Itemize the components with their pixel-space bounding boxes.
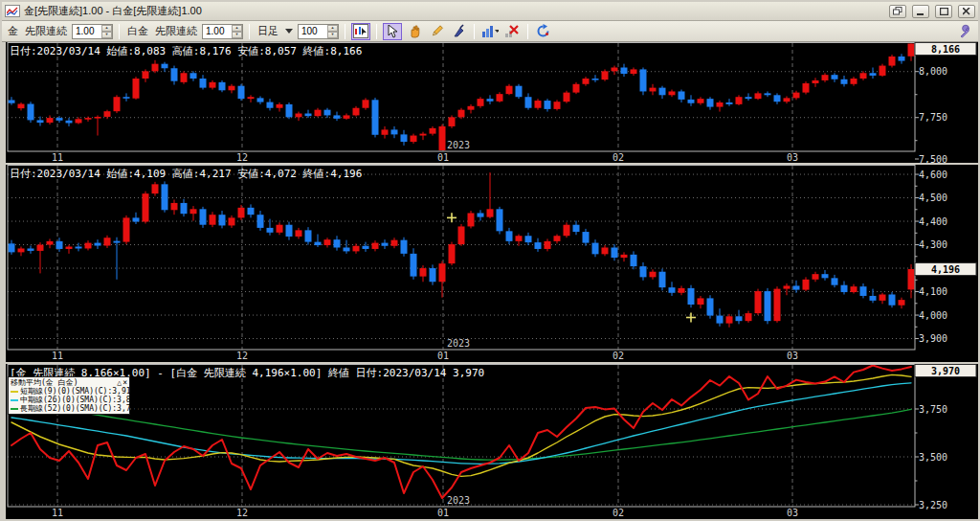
candle-body [832,75,838,79]
delete-drawing-tool-button[interactable] [502,23,522,40]
gold-chart-panel[interactable]: 8,0007,7507,500111201020320238,166 日付:20… [2,42,978,163]
refresh-button[interactable] [534,23,553,40]
spin-down-icon[interactable]: ▼ [101,32,112,38]
chart-type-dropdown-button[interactable] [480,23,500,40]
candle-body [28,248,34,250]
bar-count-spin-arrows[interactable]: ▲▼ [327,25,338,38]
gold-ratio-value[interactable]: 1.00 [73,26,101,36]
candle-body [516,236,523,241]
spin-down-icon[interactable]: ▼ [327,32,338,38]
toolbar-separator [249,24,250,39]
candle-body [37,120,44,123]
gold-ratio-spin-arrows[interactable]: ▲▼ [101,25,112,38]
candle-body [430,268,436,282]
candle-body [238,86,245,99]
spin-up-icon[interactable]: ▲ [327,25,338,32]
candle-body [85,118,92,120]
candle-body [784,98,791,102]
candle-body [372,243,379,249]
candle-body [28,104,34,121]
platinum-ratio-spinner[interactable]: 1.00 ▲▼ [202,24,243,39]
cascade-windows-button[interactable] [889,5,906,18]
candle-body [382,129,389,134]
candle-body [535,242,542,249]
period-dropdown[interactable]: 日足 [256,24,280,38]
candle-body [114,97,121,111]
y-axis-label: 4,000 [919,310,947,321]
legend-collapse-button[interactable]: △ [117,378,122,387]
x-axis-month-label: 02 [612,351,624,361]
spin-up-icon[interactable]: ▲ [232,25,242,32]
platinum-chart-panel[interactable]: 4,6004,5004,4004,3004,2004,1004,0003,900… [2,165,978,362]
candle-body [698,298,704,305]
candle-body [592,243,599,255]
candle-body [277,104,283,108]
gold-symbol-label: 金 [6,24,20,38]
candle-body [143,71,149,79]
candle-body [631,255,637,266]
x-axis-month-label: 01 [437,508,449,518]
current-price-value: 3,970 [931,366,960,376]
platinum-ratio-spin-arrows[interactable]: ▲▼ [232,25,242,38]
spin-up-icon[interactable]: ▲ [101,25,112,32]
pan-hand-tool-button[interactable] [405,23,424,40]
platinum-ratio-value[interactable]: 1.00 [203,26,232,36]
spin-down-icon[interactable]: ▼ [232,32,242,38]
candle-body [698,99,704,103]
spread-line-chart[interactable]: 3,7503,5003,250111201020320233,970 [2,364,978,519]
candle-body [899,300,905,306]
candle-body [573,225,580,232]
candle-body [468,106,475,110]
moving-average-legend[interactable]: 移動平均(金 白金) △× 短期線(9)(0)(SMA)(C):3,918 中期… [8,376,130,415]
y-axis-label: 3,900 [919,333,947,344]
period-dropdown-arrow-icon[interactable] [285,29,293,34]
candle-body [841,79,848,84]
pencil-draw-tool-button[interactable] [427,23,446,40]
candle-body [822,75,829,80]
settings-wrench-icon[interactable] [955,23,974,40]
legend-title: 移動平均(金 白金) [11,378,78,387]
x-axis-month-label: 11 [52,508,63,518]
bar-count-value[interactable]: 100 [299,26,327,36]
candle-body [793,285,800,289]
window-title: 金[先限連続]1.00 - 白金[先限連続]1.00 [24,4,202,18]
candle-body [391,129,398,134]
candle-body [391,240,398,246]
plot-border [8,166,915,351]
candle-body [659,88,666,96]
plot-border [8,365,915,508]
bar-count-spinner[interactable]: 100 ▲▼ [298,24,339,39]
candle-body [324,110,331,116]
platinum-candlestick-chart[interactable]: 4,6004,5004,4004,3004,2004,1004,0003,900… [2,165,978,362]
y-axis-label: 4,500 [919,193,947,203]
candles-group [9,172,915,328]
close-button[interactable] [958,5,975,18]
candle-body [688,288,695,305]
gold-ratio-spinner[interactable]: 1.00 ▲▼ [72,24,113,39]
candle-body [487,99,494,102]
pen-annotation-tool-button[interactable] [449,23,468,40]
candle-body [76,119,82,123]
pointer-tool-button[interactable] [383,23,402,40]
candle-body [305,113,312,116]
gold-candlestick-chart[interactable]: 8,0007,7507,500111201020320238,166 [2,42,978,163]
candle-body [56,118,63,121]
candle-body [841,285,848,292]
platinum-ohlc-header: 日付:2023/03/14 始値:4,109 高値:4,217 安値:4,072… [10,167,362,181]
current-price-value: 8,166 [931,44,960,55]
candle-body [18,104,25,109]
candle-body [774,289,781,322]
candle-body [248,208,255,215]
candle-body [669,91,676,95]
candle-body [621,255,628,258]
candle-body [880,66,886,76]
legend-close-button[interactable]: × [122,378,127,387]
candle-body [353,246,360,252]
crosshair-data-tool-button[interactable] [351,23,370,40]
candle-body [726,316,733,323]
candle-body [267,228,274,233]
spread-chart-panel[interactable]: 3,7503,5003,250111201020320233,970 [金 先限… [2,364,978,519]
minimize-button[interactable] [912,5,929,18]
y-axis-label: 3,250 [919,500,947,510]
maximize-button[interactable] [935,5,952,18]
